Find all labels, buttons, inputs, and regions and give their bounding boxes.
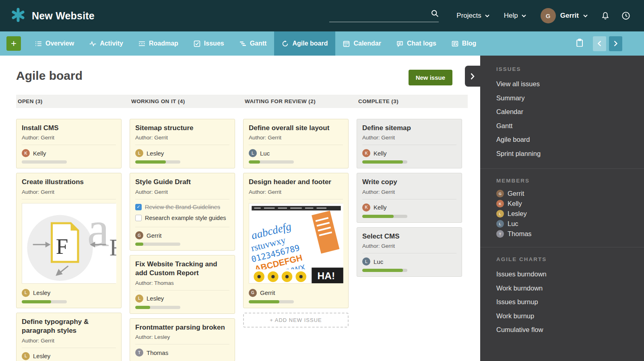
issue-title: Write copy (362, 178, 456, 187)
section-title: MEMBERS (496, 178, 636, 184)
add-button[interactable]: + (6, 36, 21, 51)
search-input[interactable] (329, 11, 431, 18)
tab-label: Issues (204, 40, 224, 47)
assignee: K Kelly (22, 145, 116, 157)
tab-gantt[interactable]: Gantt (232, 31, 275, 56)
issue-card[interactable]: Fix Website Tracking and add Custom Repo… (130, 255, 235, 314)
user-name: Gerrit (560, 12, 579, 20)
svg-text:F: F (109, 234, 116, 260)
sidebar-item-calendar[interactable]: Calendar (496, 105, 636, 119)
sidebar-item-sprint-planning[interactable]: Sprint planning (496, 147, 636, 161)
member-gerrit[interactable]: G Gerrit (496, 189, 636, 199)
help-menu[interactable]: Help (504, 12, 526, 20)
app-logo-icon[interactable] (10, 7, 26, 24)
member-avatar: T (496, 230, 504, 238)
issue-card[interactable]: Select CMS Author: Gerrit L Luc (357, 227, 462, 277)
issue-title: Define sitemap (362, 124, 456, 133)
tab-agile-board[interactable]: Agile board (274, 31, 335, 56)
calendar-icon (343, 40, 350, 47)
issue-author: Author: Gerrit (362, 135, 456, 145)
notifications-bell-icon[interactable] (601, 12, 609, 20)
progress-bar (249, 160, 294, 164)
right-sidebar: ISSUES View all issues Summary Calendar … (480, 56, 644, 361)
checklist-item[interactable]: Research example style guides (135, 214, 229, 222)
progress-bar (22, 300, 67, 303)
sidebar-collapse-button[interactable] (465, 66, 480, 87)
tabs-scroll-left-button[interactable] (593, 36, 606, 51)
assignee-avatar: G (249, 289, 257, 297)
user-menu[interactable]: G Gerrit (541, 8, 588, 23)
tab-label: Agile board (292, 40, 328, 47)
issue-attachment-image[interactable]: aabcdefg rstuvwxy 0123456789 ABCDEFGH PQ… (249, 203, 343, 284)
checkbox-icon (194, 40, 200, 47)
projects-menu[interactable]: Projects (456, 12, 489, 20)
search-icon[interactable] (431, 10, 439, 19)
issue-card[interactable]: Define sitemap Author: Gerrit K Kelly (357, 119, 462, 168)
issue-card[interactable]: Create illustrations Author: Gerrit a F (16, 173, 122, 308)
issue-card[interactable]: Write copy Author: Gerrit K Kelly (357, 173, 462, 222)
member-luc[interactable]: L Luc (496, 219, 636, 229)
issue-attachment-image[interactable]: a F F (22, 203, 116, 284)
tab-activity[interactable]: Activity (82, 31, 131, 56)
tab-chat-logs[interactable]: Chat logs (389, 31, 444, 56)
sidebar-item-summary[interactable]: Summary (496, 91, 636, 105)
issue-card[interactable]: Frontmatter parsing broken Author: Lesle… (130, 318, 235, 361)
sidebar-item-issues-burnup[interactable]: Issues burnup (496, 295, 636, 309)
assignee-avatar: G (135, 231, 143, 239)
member-kelly[interactable]: K Kelly (496, 199, 636, 209)
issue-card[interactable]: Design header and footer Author: Gerrit (243, 173, 349, 308)
tab-roadmap[interactable]: Roadmap (131, 31, 186, 56)
member-avatar: K (496, 200, 504, 207)
progress-bar (362, 215, 407, 218)
member-lesley[interactable]: L Lesley (496, 209, 636, 219)
sidebar-divider (480, 168, 644, 169)
issue-card[interactable]: Define typography & paragraph styles Aut… (16, 313, 122, 361)
issue-author: Author: Gerrit (22, 135, 116, 145)
sidebar-item-issues-burndown[interactable]: Issues burndown (496, 267, 636, 281)
assignee-avatar: T (135, 349, 143, 357)
issue-card[interactable]: Install CMS Author: Gerrit K Kelly (16, 119, 122, 168)
issue-title: Sitemap structure (135, 124, 229, 133)
checkbox-unchecked-icon[interactable] (135, 215, 142, 221)
sidebar-item-agile-board[interactable]: Agile board (496, 133, 636, 147)
assignee-avatar: K (362, 203, 370, 212)
sidebar-item-view-all-issues[interactable]: View all issues (496, 77, 636, 91)
tab-issues[interactable]: Issues (186, 31, 232, 56)
activity-icon (89, 40, 96, 47)
sidebar-item-work-burnup[interactable]: Work burnup (496, 309, 636, 323)
progress-bar (362, 269, 407, 272)
svg-text:HA!: HA! (318, 270, 335, 281)
blog-newspaper-icon (452, 40, 458, 47)
new-issue-button[interactable]: New issue (409, 70, 452, 85)
sidebar-divider (480, 247, 644, 247)
tab-calendar[interactable]: Calendar (335, 31, 388, 56)
tabs-scroll-right-button[interactable] (609, 36, 622, 51)
column-working-on-it: Sitemap structure Author: Gerrit L Lesle… (130, 119, 235, 361)
sidebar-item-gantt[interactable]: Gantt (496, 119, 636, 133)
assignee-avatar: K (22, 149, 30, 157)
clipboard-icon[interactable] (575, 39, 585, 48)
progress-bar (249, 300, 294, 303)
sidebar-item-work-burndown[interactable]: Work burndown (496, 281, 636, 295)
issue-card[interactable]: Sitemap structure Author: Gerrit L Lesle… (130, 119, 235, 168)
issue-author: Author: Gerrit (249, 135, 343, 145)
checkbox-checked-icon[interactable]: ✓ (135, 204, 142, 210)
assignee: G Gerrit (135, 227, 229, 239)
column-header-open: OPEN (3) (16, 98, 122, 104)
sidebar-item-cumulative-flow[interactable]: Cumulative flow (496, 323, 636, 337)
add-new-issue-button[interactable]: + ADD NEW ISSUE (243, 313, 349, 328)
agile-board-main: Agile board New issue OPEN (3) WORKING O… (0, 56, 480, 361)
issue-card[interactable]: Define overall site layout Author: Gerri… (243, 119, 349, 168)
tab-overview[interactable]: Overview (27, 31, 82, 56)
assignee: L Lesley (22, 348, 116, 360)
issue-author: Author: Gerrit (135, 135, 229, 145)
member-thomas[interactable]: T Thomas (496, 229, 636, 239)
checklist-item[interactable]: ✓ Review the Brand Guidelines (135, 203, 229, 212)
recent-activity-clock-icon[interactable] (621, 11, 630, 20)
tab-blog[interactable]: Blog (444, 31, 484, 56)
issue-card[interactable]: Style Guide Draft Author: Gerrit ✓ Revie… (130, 173, 235, 251)
issue-title: Frontmatter parsing broken (135, 323, 229, 332)
issue-title: Select CMS (362, 232, 456, 241)
assignee-avatar: L (135, 295, 143, 303)
issue-title: Install CMS (22, 124, 116, 133)
